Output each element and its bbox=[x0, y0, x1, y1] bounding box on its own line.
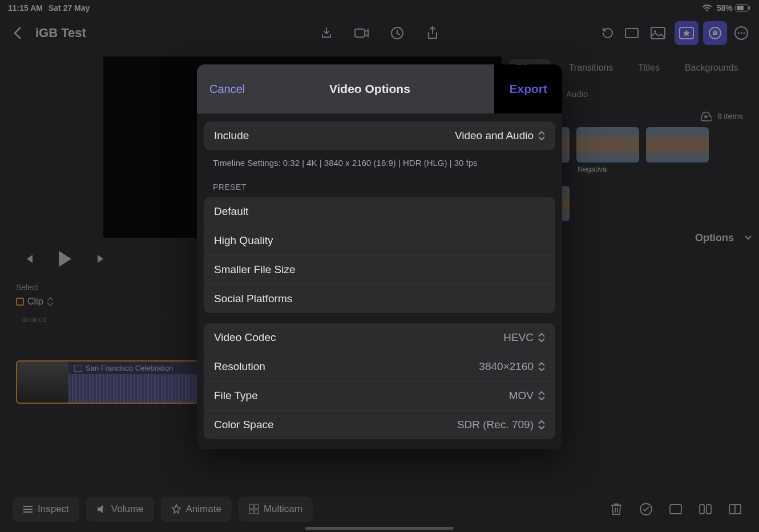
include-label: Include bbox=[214, 129, 249, 142]
preset-social-platforms[interactable]: Social Platforms bbox=[204, 284, 555, 313]
resolution-row[interactable]: Resolution 3840×2160 bbox=[204, 352, 555, 381]
include-row[interactable]: Include Video and Audio bbox=[204, 121, 555, 150]
chevron-updown-icon bbox=[538, 362, 545, 371]
cancel-button[interactable]: Cancel bbox=[209, 83, 245, 96]
export-button[interactable]: Export bbox=[494, 64, 562, 113]
chevron-updown-icon bbox=[538, 391, 545, 400]
preset-default[interactable]: Default bbox=[204, 197, 555, 226]
include-value: Video and Audio bbox=[455, 129, 534, 142]
chevron-updown-icon bbox=[538, 131, 545, 140]
video-codec-row[interactable]: Video Codec HEVC bbox=[204, 323, 555, 352]
preset-section-label: PRESET bbox=[204, 170, 555, 197]
preset-high-quality[interactable]: High Quality bbox=[204, 226, 555, 255]
preset-smaller-file-size[interactable]: Smaller File Size bbox=[204, 255, 555, 284]
video-options-modal: Cancel Video Options Export Include Vide… bbox=[197, 64, 562, 449]
color-space-row[interactable]: Color Space SDR (Rec. 709) bbox=[204, 410, 555, 439]
chevron-updown-icon bbox=[538, 333, 545, 342]
timeline-settings-text: Timeline Settings: 0:32 | 4K | 3840 x 21… bbox=[204, 150, 555, 170]
chevron-updown-icon bbox=[538, 420, 545, 429]
modal-title: Video Options bbox=[329, 82, 410, 96]
file-type-row[interactable]: File Type MOV bbox=[204, 381, 555, 410]
